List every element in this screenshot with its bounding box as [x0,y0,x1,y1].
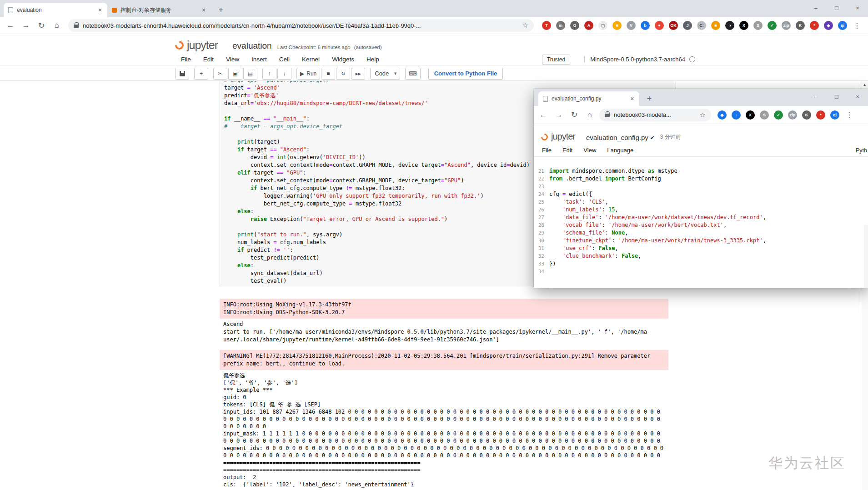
extension-icon[interactable]: A [584,21,593,30]
restart-kernel-button[interactable]: ↻ [336,68,350,80]
extension-icon[interactable]: zip [782,21,791,30]
extension-icon[interactable]: S [760,110,769,120]
move-cell-down-button[interactable]: ↓ [277,68,291,80]
jupyter-logo[interactable]: jupyter [175,39,218,52]
tab-close-icon[interactable]: × [628,95,636,102]
interrupt-kernel-button[interactable]: ■ [321,68,335,80]
new-tab-button[interactable]: + [215,4,227,16]
bookmark-star-icon[interactable]: ☆ [700,111,706,119]
menu-view[interactable]: View [583,147,596,154]
convert-to-python-button[interactable]: Convert to Python File [428,68,503,80]
extension-icon[interactable]: K [796,21,805,30]
restart-run-all-button[interactable]: ▸▸ [351,68,365,80]
extension-icon[interactable]: ◆ [717,110,727,120]
menu-help[interactable]: Help [366,56,379,63]
forward-button[interactable]: → [18,19,34,32]
extension-icon[interactable]: G [570,21,579,30]
window-close-button[interactable]: × [847,0,868,15]
menu-edit[interactable]: Edit [203,56,214,63]
extension-icon[interactable]: b [641,21,650,30]
tab-close-icon[interactable]: × [200,6,207,14]
address-bar[interactable]: notebook03-modelarts-cnnorth4.huaweiclou… [68,19,534,32]
home-button[interactable]: ⌂ [582,108,597,122]
bookmark-star-icon[interactable]: ☆ [522,21,528,30]
extension-icon[interactable]: V [627,21,636,30]
extension-icon[interactable]: K [802,110,811,120]
run-cell-button[interactable]: ▶Run [296,68,320,80]
menu-file[interactable]: File [181,56,191,63]
extension-icon[interactable]: qi [830,110,839,120]
cut-cell-button[interactable]: ✂ [213,68,227,80]
extension-icon[interactable]: ↓ [732,110,741,120]
extension-icon[interactable]: m [556,21,565,30]
extension-icon[interactable]: ◑ [725,21,734,30]
extension-icon[interactable]: ✓ [774,110,783,120]
window-minimize-button[interactable]: – [805,0,826,15]
kernel-name: MindSpore-0.5.0-python3.7-aarch64 [590,56,685,63]
code-line: 33}) [534,260,868,268]
command-palette-button[interactable]: ⌨ [405,68,420,80]
back-button[interactable]: ← [536,108,551,122]
menu-language[interactable]: Language [607,147,633,154]
extension-icon[interactable]: zip [788,110,797,120]
window-close-button[interactable]: × [847,89,868,104]
paste-cell-button[interactable]: ▤ [243,68,257,80]
scroll-up-icon[interactable]: ▲ [861,81,868,87]
insert-cell-button[interactable]: + [194,68,208,80]
home-button[interactable]: ⌂ [49,19,65,32]
editor-scrollbar[interactable] [864,225,868,288]
cell-type-select[interactable]: Code [370,68,400,80]
reload-button[interactable]: ↻ [34,19,49,32]
file-editor[interactable]: 21import mindspore.common.dtype as mstyp… [534,157,868,288]
browser-tab-strip: evaluation × 控制台-对象存储服务 × + – □ × [0,0,868,17]
menu-kernel[interactable]: Kernel [302,56,320,63]
extension-icon[interactable]: ✓ [768,21,777,30]
browser-menu-icon[interactable]: ⋮ [844,110,855,119]
tab-title: 控制台-对象存储服务 [120,6,196,14]
extension-icon[interactable]: * [810,21,819,30]
extension-icon[interactable]: ★ [612,21,622,30]
extension-icon[interactable]: X [739,21,748,30]
extension-icon[interactable]: ◆ [824,21,833,30]
browser-tab-obs-console[interactable]: 控制台-对象存储服务 × [107,3,211,17]
extension-icon[interactable]: ■ [711,21,720,30]
notebook-title[interactable]: evaluation [232,41,272,51]
back-button[interactable]: ← [3,19,18,32]
popup-tab-config[interactable]: evaluation_config.py × [538,91,639,106]
menu-view[interactable]: View [226,56,239,63]
browser-tab-evaluation[interactable]: evaluation × [4,3,107,17]
menu-file[interactable]: File [542,147,552,154]
extension-icon[interactable]: ▢ [598,21,607,30]
new-tab-button[interactable]: + [643,92,656,105]
extension-icon[interactable]: C: [697,21,706,30]
jupyter-logo[interactable]: jupyter [541,131,575,142]
tab-close-icon[interactable]: × [96,6,104,14]
extension-icon[interactable]: T [542,21,551,30]
window-maximize-button[interactable]: □ [826,89,847,104]
save-button[interactable] [175,68,189,80]
code-line: 21import mindspore.common.dtype as mstyp… [534,167,868,175]
saved-time: 3 分钟前 [660,133,681,141]
extension-icon[interactable]: OK [669,21,678,30]
code-editor[interactable]: 21import mindspore.common.dtype as mstyp… [534,167,868,275]
forward-button[interactable]: → [551,108,567,122]
extension-icon[interactable]: S [753,21,763,30]
popup-address-bar[interactable]: notebook03-modela... ☆ [599,109,711,121]
menu-edit[interactable]: Edit [562,147,572,154]
menu-widgets[interactable]: Widgets [332,56,354,63]
extension-icon[interactable]: ● [655,21,664,30]
extension-icon[interactable]: J [683,21,692,30]
extension-icon[interactable]: X [746,110,755,120]
reload-button[interactable]: ↻ [567,108,582,122]
menu-cell[interactable]: Cell [279,56,290,63]
window-minimize-button[interactable]: – [805,89,826,104]
window-maximize-button[interactable]: □ [826,0,847,15]
copy-cell-button[interactable]: ▣ [228,68,242,80]
code-line: 34 [534,268,868,275]
extension-icon[interactable]: * [816,110,825,120]
extension-icon[interactable]: qi [838,21,847,30]
browser-menu-icon[interactable]: ⋮ [852,21,863,30]
file-title[interactable]: evaluation_config.py [586,134,648,141]
move-cell-up-button[interactable]: ↑ [262,68,276,80]
menu-insert[interactable]: Insert [251,56,267,63]
